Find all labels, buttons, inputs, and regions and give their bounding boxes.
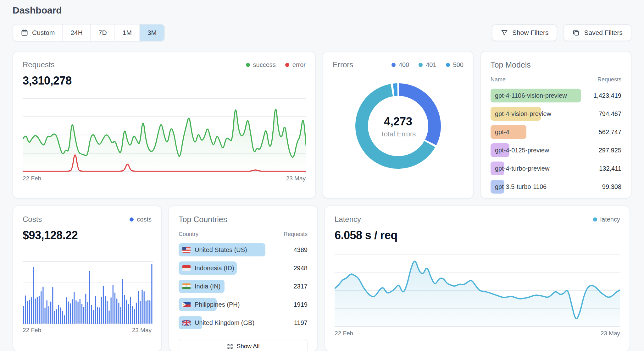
range-24h-button[interactable]: 24H — [63, 25, 91, 41]
show-all-button[interactable]: Show All — [179, 339, 308, 351]
costs-bar-chart — [23, 261, 153, 324]
models-col-requests: Requests — [597, 76, 621, 83]
latency-card: Latency latency 6.058 s / req 22 Feb 23 … — [325, 206, 630, 351]
top-models-card: Top Models Name Requests gpt-4-1106-visi… — [480, 51, 631, 199]
top-countries-title: Top Countries — [179, 215, 308, 224]
country-name: Indonesia (ID) — [182, 265, 234, 272]
toolbar: Custom24H7D1M3M Show Filters Saved Filte… — [13, 24, 631, 41]
country-requests: 4389 — [294, 246, 308, 254]
x-axis-end-label: 23 May — [601, 330, 620, 337]
show-filters-button[interactable]: Show Filters — [492, 24, 558, 41]
errors-card-title: Errors — [333, 60, 353, 69]
legend-item-latency: latency — [593, 216, 620, 223]
model-requests: 132,411 — [599, 165, 621, 172]
flag-gb-icon — [182, 320, 191, 326]
errors-donut-wrap: 4,273 Total Errors — [349, 77, 447, 176]
model-row: gpt-3.5-turbo-110699,308 — [491, 179, 621, 194]
flag-in-icon — [182, 283, 191, 289]
range-7d-button[interactable]: 7D — [91, 25, 115, 41]
country-row: Philippines (PH)1919 — [179, 297, 308, 312]
requests-legend: successerror — [236, 61, 306, 69]
top-countries-columns: Country Requests — [179, 231, 308, 238]
model-requests: 99,308 — [602, 183, 621, 190]
requests-x-axis: 22 Feb 23 May — [23, 175, 306, 182]
legend-dot — [130, 217, 134, 222]
saved-filters-label: Saved Filters — [584, 29, 623, 36]
countries-col-country: Country — [179, 231, 198, 238]
requests-total-value: 3,310,278 — [23, 74, 306, 87]
top-models-columns: Name Requests — [491, 76, 621, 83]
model-name: gpt-4-0125-preview — [495, 147, 549, 154]
country-name: United States (US) — [182, 246, 247, 254]
legend-item-400: 400 — [391, 61, 409, 69]
toolbar-right: Show Filters Saved Filters — [492, 24, 631, 41]
model-requests: 1,423,419 — [593, 92, 621, 99]
country-requests: 1919 — [294, 301, 308, 308]
legend-item-401: 401 — [419, 61, 436, 69]
country-row: United Kingdom (GB)1197 — [179, 315, 308, 330]
model-name: gpt-4 — [495, 129, 509, 136]
model-row: gpt-4562,747 — [491, 124, 621, 140]
model-requests: 297,925 — [599, 147, 621, 154]
model-name: gpt-4-turbo-preview — [495, 165, 549, 172]
errors-card: Errors 400401500 4,273 Total Errors — [323, 51, 474, 199]
x-axis-start-label: 22 Feb — [23, 175, 41, 182]
legend-dot — [285, 63, 289, 67]
saved-filters-button[interactable]: Saved Filters — [564, 24, 631, 41]
show-all-label: Show All — [237, 343, 260, 350]
model-row: gpt-4-vision-preview794,467 — [491, 106, 621, 121]
legend-dot — [593, 217, 597, 222]
range-1m-button[interactable]: 1M — [115, 25, 140, 41]
requests-card-title: Requests — [23, 60, 54, 69]
latency-legend: latency — [584, 216, 620, 223]
x-axis-start-label: 22 Feb — [335, 330, 353, 337]
legend-item-success: success — [246, 61, 276, 69]
model-requests: 794,467 — [599, 110, 621, 118]
top-countries-card: Top Countries Country Requests United St… — [169, 206, 318, 351]
x-axis-start-label: 22 Feb — [23, 327, 41, 334]
flag-ph-icon — [182, 302, 191, 307]
legend-item-500: 500 — [446, 61, 464, 69]
legend-item-costs: costs — [130, 216, 152, 223]
time-range-selector: Custom24H7D1M3M — [13, 24, 165, 41]
latency-x-axis: 22 Feb 23 May — [335, 330, 620, 337]
legend-item-error: error — [285, 61, 306, 69]
country-name: United Kingdom (GB) — [182, 319, 254, 326]
costs-x-axis: 22 Feb 23 May — [23, 327, 152, 334]
dashboard-page: Dashboard Custom24H7D1M3M Show Filters S… — [0, 0, 644, 351]
costs-card: Costs costs $93,128.22 22 Feb 23 May — [13, 206, 162, 351]
country-name: Philippines (PH) — [182, 301, 240, 308]
legend-dot — [446, 63, 450, 67]
models-col-name: Name — [491, 76, 506, 83]
range-custom-button[interactable]: Custom — [13, 25, 63, 41]
model-requests: 562,747 — [599, 129, 621, 136]
legend-dot — [419, 63, 423, 67]
range-3m-button[interactable]: 3M — [140, 25, 164, 41]
filter-funnel-icon — [501, 29, 508, 36]
model-name: gpt-4-vision-preview — [495, 110, 551, 118]
show-filters-label: Show Filters — [512, 29, 549, 36]
country-row: India (IN)2317 — [179, 279, 308, 293]
model-row: gpt-4-1106-vision-preview1,423,419 — [491, 88, 621, 103]
x-axis-end-label: 23 May — [286, 175, 306, 182]
requests-line-chart — [23, 98, 306, 172]
latency-card-title: Latency — [335, 215, 361, 224]
country-name: India (IN) — [182, 283, 220, 290]
latency-area-chart — [335, 254, 620, 327]
x-axis-end-label: 23 May — [132, 327, 152, 334]
expand-icon — [227, 343, 233, 350]
flag-us-icon — [182, 247, 191, 253]
errors-donut-chart — [349, 77, 447, 175]
costs-legend: costs — [120, 216, 152, 223]
flag-id-icon — [182, 265, 191, 271]
saved-filters-copy-icon — [572, 29, 580, 36]
legend-dot — [391, 63, 396, 67]
model-rows: gpt-4-1106-vision-preview1,423,419gpt-4-… — [491, 88, 621, 194]
country-requests: 1197 — [294, 319, 308, 326]
country-row: United States (US)4389 — [179, 243, 308, 257]
costs-card-title: Costs — [23, 215, 42, 224]
country-rows: United States (US)4389Indonesia (ID)2948… — [179, 243, 308, 330]
latency-value: 6.058 s / req — [335, 229, 620, 242]
countries-col-requests: Requests — [284, 231, 308, 238]
requests-card: Requests successerror 3,310,278 22 Feb 2… — [13, 51, 316, 199]
